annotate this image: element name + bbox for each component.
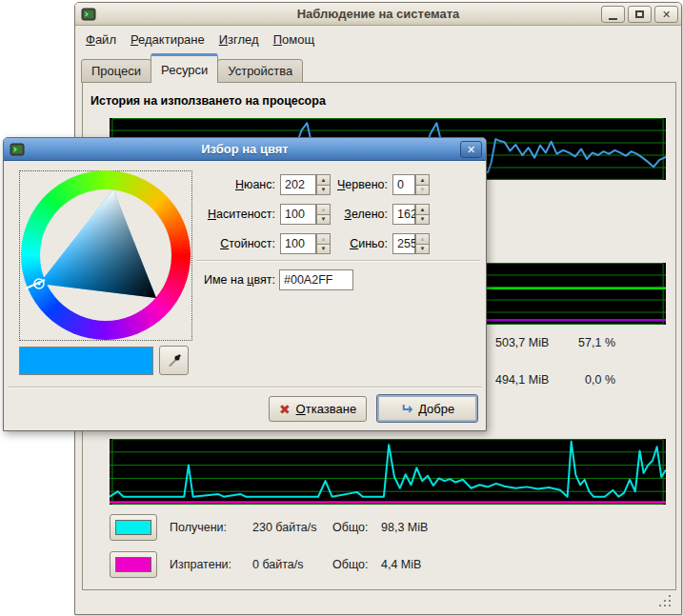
eyedropper-button[interactable] <box>159 346 189 375</box>
terminal-app-icon <box>81 7 96 22</box>
spin-up-icon[interactable]: ▲ <box>415 233 430 244</box>
menu-edit[interactable]: Редактиране <box>130 30 206 49</box>
menu-help[interactable]: Помощ <box>272 30 315 49</box>
fields-separator <box>196 260 480 262</box>
minimize-button[interactable] <box>601 6 625 23</box>
close-button[interactable]: ✕ <box>654 6 678 23</box>
dialog-terminal-icon <box>10 142 25 157</box>
red-input[interactable]: 0 <box>392 174 415 195</box>
sent-total: 4,4 MiB <box>381 558 421 571</box>
dialog-close-button[interactable]: ✕ <box>460 141 482 158</box>
received-label: Получени: <box>170 521 252 534</box>
received-rate: 230 байта/s <box>252 521 332 534</box>
swap-amount: 494,1 MiB <box>495 373 549 387</box>
cancel-x-icon: ✖ <box>279 402 291 417</box>
sent-rate: 0 байта/s <box>252 558 332 571</box>
memory-usage-row: 503,7 MiB 57,1 % <box>495 336 615 350</box>
saturation-value-triangle[interactable] <box>21 170 191 340</box>
eyedropper-icon <box>167 353 182 368</box>
ok-button-label: Добре <box>418 402 454 416</box>
memory-percent: 57,1 % <box>578 336 615 350</box>
window-title: Наблюдение на системата <box>75 7 681 21</box>
tab-bar: Процеси Ресурси Устройства <box>81 53 302 83</box>
saturation-label: Наситеност: <box>185 204 275 225</box>
menu-file[interactable]: Файл <box>85 30 117 49</box>
green-input[interactable]: 162 <box>392 204 415 225</box>
network-received-line <box>110 442 666 497</box>
cancel-button-label: Отказване <box>296 402 357 416</box>
dialog-close-icon: ✕ <box>467 144 475 156</box>
selected-color-preview <box>19 347 153 375</box>
menu-view[interactable]: Изглед <box>218 30 260 49</box>
swap-usage-row: 494,1 MiB 0,0 % <box>495 373 615 387</box>
window-titlebar[interactable]: Наблюдение на системата ✕ <box>75 3 681 26</box>
action-separator <box>9 387 482 388</box>
network-history-chart <box>110 439 666 505</box>
value-label: Стойност: <box>185 233 275 254</box>
memory-amount: 503,7 MiB <box>495 336 549 350</box>
swap-percent: 0,0 % <box>585 373 615 387</box>
hue-selector-dot <box>38 283 41 286</box>
color-name-label: Име на цвят: <box>185 269 275 290</box>
cancel-button[interactable]: ✖ Отказване <box>269 396 367 422</box>
ok-button[interactable]: ↵ Добре <box>376 394 478 423</box>
tab-resources[interactable]: Ресурси <box>151 53 218 83</box>
dialog-title: Избор на цвят <box>4 142 486 156</box>
received-color-button[interactable] <box>110 514 157 541</box>
menubar: Файл Редактиране Изглед Помощ <box>75 27 681 51</box>
minimize-icon <box>609 18 617 20</box>
color-picker-dialog: Избор на цвят ✕ Нюанс: 202 ▲ ▼ <box>3 137 487 431</box>
ok-enter-icon: ↵ <box>400 400 412 418</box>
received-total-label: Общо: <box>332 521 381 534</box>
spin-up-icon[interactable]: ▲ <box>415 174 430 185</box>
resize-grip-icon[interactable] <box>659 595 673 608</box>
cpu-section-title: История на използването на процесора <box>90 94 326 108</box>
spin-down-icon[interactable]: ▼ <box>415 244 430 255</box>
statusbar <box>78 591 678 612</box>
sent-label: Изпратени: <box>170 558 252 571</box>
blue-label: Синьо: <box>297 233 388 254</box>
received-total: 98,3 MiB <box>381 521 428 534</box>
network-received-row: Получени: 230 байта/s Общо: 98,3 MiB <box>110 514 428 541</box>
tab-processes[interactable]: Процеси <box>81 59 151 83</box>
sent-total-label: Общо: <box>332 558 381 571</box>
received-color-swatch <box>115 520 151 535</box>
close-icon: ✕ <box>662 9 671 21</box>
blue-spinner[interactable]: ▲ ▼ <box>415 233 430 254</box>
sent-color-button[interactable] <box>110 551 157 578</box>
red-label: Червено: <box>297 174 388 195</box>
spin-up-icon[interactable]: ▲ <box>415 204 430 214</box>
spin-down-icon[interactable]: ▼ <box>415 214 430 226</box>
green-spinner[interactable]: ▲ ▼ <box>415 204 430 225</box>
color-name-input[interactable]: #00A2FF <box>279 269 353 290</box>
blue-input[interactable]: 255 <box>392 233 415 254</box>
dialog-titlebar[interactable]: Избор на цвят ✕ <box>4 138 486 161</box>
network-sent-row: Изпратени: 0 байта/s Общо: 4,4 MiB <box>110 551 421 578</box>
green-label: Зелено: <box>297 204 388 225</box>
maximize-icon <box>635 10 644 18</box>
tab-devices[interactable]: Устройства <box>217 59 303 83</box>
spin-down-icon[interactable]: ▼ <box>415 185 430 196</box>
maximize-button[interactable] <box>628 6 652 23</box>
red-spinner[interactable]: ▲ ▼ <box>415 174 430 195</box>
hue-label: Нюанс: <box>185 174 275 195</box>
sent-color-swatch <box>115 557 151 572</box>
